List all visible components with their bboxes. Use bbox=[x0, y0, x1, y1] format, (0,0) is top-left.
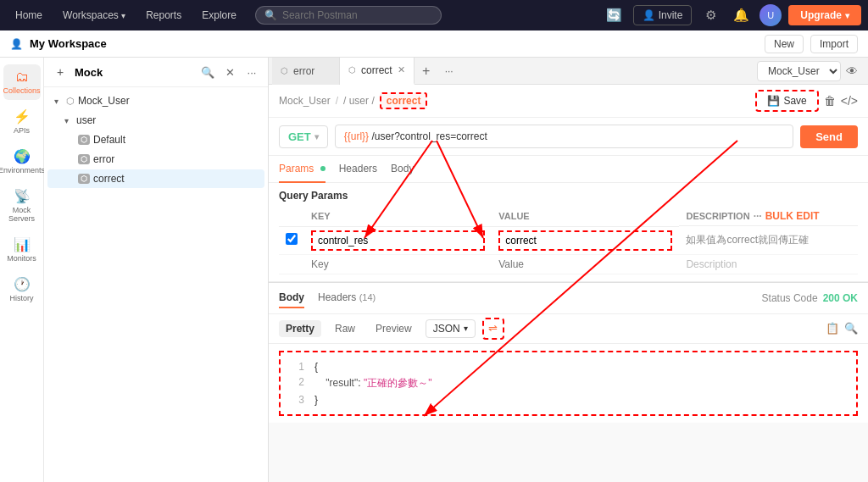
nav-home[interactable]: Home bbox=[7, 6, 51, 25]
copy-icon[interactable]: 📋 bbox=[826, 322, 839, 335]
delete-icon[interactable]: 🗑 bbox=[824, 94, 836, 108]
upgrade-button[interactable]: Upgrade ▾ bbox=[788, 5, 861, 25]
send-button[interactable]: Send bbox=[800, 125, 858, 148]
key-input-wrapper bbox=[311, 230, 485, 251]
tree-label-mock-user: Mock_User bbox=[78, 95, 130, 107]
code-value: "正確的參數～" bbox=[364, 377, 432, 389]
tab-correct-label: correct bbox=[361, 64, 392, 76]
line-number-3: 3 bbox=[287, 394, 304, 406]
nav-workspaces[interactable]: Workspaces ▾ bbox=[54, 6, 134, 25]
tree-badge-error: ⬡ bbox=[78, 154, 90, 164]
method-select[interactable]: GET ▾ bbox=[279, 125, 328, 148]
breadcrumb-sep1: / bbox=[336, 95, 338, 107]
sidebar-more-icon[interactable]: ··· bbox=[242, 63, 261, 81]
tree-item-user[interactable]: ▾ user bbox=[47, 111, 264, 130]
tree-item-correct[interactable]: ⬡ correct bbox=[47, 169, 264, 188]
sync-icon-btn[interactable]: 🔄 bbox=[603, 3, 626, 27]
resp-tab-preview[interactable]: Preview bbox=[369, 320, 419, 337]
row-desc-cell: 如果值為correct就回傳正確 bbox=[679, 226, 858, 254]
bell-btn[interactable]: 🔔 bbox=[729, 3, 753, 27]
tab-correct[interactable]: ⬡ correct ✕ bbox=[340, 58, 415, 85]
row-key-cell bbox=[304, 226, 492, 254]
key-input[interactable] bbox=[318, 235, 478, 247]
workspace-title: My Workspace bbox=[30, 37, 107, 50]
col-more-icon[interactable]: ··· bbox=[754, 210, 762, 222]
tree-item-default[interactable]: ⬡ Default bbox=[47, 130, 264, 149]
status-label: Status Code bbox=[762, 292, 818, 304]
json-format-select[interactable]: JSON ▾ bbox=[426, 319, 476, 338]
empty-key-input[interactable] bbox=[311, 258, 485, 270]
eye-icon[interactable]: 👁 bbox=[846, 64, 858, 78]
format-icon: ⇌ bbox=[488, 322, 498, 335]
nav-reports[interactable]: Reports bbox=[137, 6, 190, 25]
tab-error[interactable]: ⬡ error bbox=[272, 58, 340, 85]
tree-caret: ▾ bbox=[54, 97, 63, 106]
tab-mock-icon-correct: ⬡ bbox=[348, 65, 356, 75]
tab-more-btn[interactable]: ··· bbox=[438, 65, 460, 77]
chevron-down-icon: ▾ bbox=[845, 11, 849, 20]
sidebar-item-collections[interactable]: 🗂 Collections bbox=[3, 64, 41, 100]
content-area: ⬡ error ⬡ correct ✕ + ··· Mock_User 👁 Mo… bbox=[269, 58, 868, 482]
sidebar-item-apis[interactable]: ⚡ APIs bbox=[3, 103, 41, 140]
sidebar-item-history[interactable]: 🕐 History bbox=[3, 271, 41, 307]
url-bar[interactable]: {{url}} /user?control_res=correct bbox=[335, 125, 793, 148]
invite-button[interactable]: 👤 Invite bbox=[633, 5, 693, 25]
params-tabs: Params Headers Body bbox=[269, 156, 868, 183]
tab-close-icon[interactable]: ✕ bbox=[398, 64, 405, 75]
sidebar-close-icon[interactable]: ✕ bbox=[220, 63, 239, 81]
nav-explore[interactable]: Explore bbox=[193, 6, 245, 25]
tree-item-mock-user[interactable]: ▾ ⬡ Mock_User bbox=[47, 91, 264, 110]
invite-icon: 👤 bbox=[643, 9, 655, 21]
query-params-section: Query Params KEY VALUE DESCRIPTION ··· bbox=[269, 183, 868, 282]
empty-checkbox-cell bbox=[279, 254, 304, 274]
params-tab-headers[interactable]: Headers bbox=[339, 156, 377, 183]
resp-tab-raw[interactable]: Raw bbox=[328, 320, 362, 337]
params-tab-body[interactable]: Body bbox=[391, 156, 414, 183]
avatar[interactable]: U bbox=[760, 4, 782, 26]
resp-tab-headers[interactable]: Headers (14) bbox=[318, 288, 376, 308]
import-button[interactable]: Import bbox=[810, 35, 858, 53]
code-icon[interactable]: </> bbox=[841, 94, 858, 108]
sidebar-item-monitors[interactable]: 📊 Monitors bbox=[3, 231, 41, 268]
param-checkbox[interactable] bbox=[286, 233, 298, 245]
sidebar-header: + Mock 🔍 ✕ ··· bbox=[44, 58, 268, 87]
method-chevron: ▾ bbox=[314, 132, 319, 141]
status-area: Status Code 200 OK bbox=[762, 292, 858, 304]
settings-btn[interactable]: ⚙ bbox=[698, 3, 722, 27]
bulk-edit-btn[interactable]: Bulk Edit bbox=[765, 210, 820, 222]
empty-value-input[interactable] bbox=[498, 258, 672, 270]
url-variable: {{url}} bbox=[344, 130, 369, 142]
status-code: 200 OK bbox=[823, 292, 858, 304]
value-input-wrapper bbox=[498, 230, 672, 251]
value-input[interactable] bbox=[505, 235, 665, 247]
row-checkbox-cell bbox=[279, 226, 304, 254]
new-button[interactable]: New bbox=[765, 35, 804, 53]
format-icon-btn[interactable]: ⇌ bbox=[482, 318, 504, 340]
sidebar-item-environments[interactable]: 🌍 Environments bbox=[3, 143, 41, 180]
tab-add-btn[interactable]: + bbox=[415, 58, 438, 85]
search-resp-icon[interactable]: 🔍 bbox=[844, 322, 858, 335]
resp-tab-pretty[interactable]: Pretty bbox=[279, 320, 321, 337]
sidebar-add-btn[interactable]: + bbox=[51, 63, 70, 81]
search-input[interactable] bbox=[282, 9, 432, 21]
params-table: KEY VALUE DESCRIPTION ··· Bulk Edit bbox=[279, 207, 858, 274]
resp-body-right: 📋 🔍 bbox=[826, 322, 858, 335]
params-dot bbox=[320, 166, 326, 171]
sidebar-search-icon[interactable]: 🔍 bbox=[198, 63, 217, 81]
code-key: "result" bbox=[326, 377, 358, 389]
tree-item-error[interactable]: ⬡ error bbox=[47, 150, 264, 169]
line-number-1: 1 bbox=[287, 361, 304, 373]
sidebar-item-mock-servers[interactable]: 📡 Mock Servers bbox=[3, 183, 41, 228]
tab-right-area: Mock_User 👁 bbox=[757, 61, 865, 81]
tree-badge-default: ⬡ bbox=[78, 135, 90, 145]
environment-select[interactable]: Mock_User bbox=[757, 61, 841, 81]
params-tab-params[interactable]: Params bbox=[279, 156, 326, 183]
tabs-bar: ⬡ error ⬡ correct ✕ + ··· Mock_User 👁 bbox=[269, 58, 868, 85]
method-label: GET bbox=[288, 130, 311, 143]
empty-key-cell bbox=[304, 254, 492, 274]
save-button[interactable]: 💾 Save bbox=[755, 90, 818, 112]
resp-tab-body[interactable]: Body bbox=[279, 288, 304, 308]
collections-icon: 🗂 bbox=[15, 69, 29, 85]
search-bar[interactable]: 🔍 bbox=[255, 6, 442, 25]
response-header: Body Headers (14) Status Code 200 OK bbox=[269, 283, 868, 314]
